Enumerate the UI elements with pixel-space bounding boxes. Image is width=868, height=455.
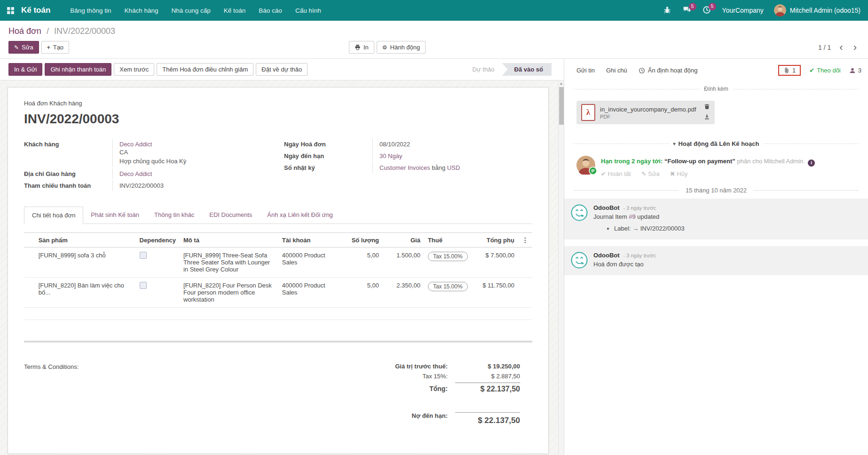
schedule-activity-button[interactable]: Ấn định hoạt động	[639, 67, 698, 74]
app-brand[interactable]: Kế toán	[21, 6, 50, 15]
user-menu[interactable]: Mitchell Admin (odoo15)	[774, 4, 860, 16]
invoice-line-row[interactable]: [FURN_8220] Bàn làm việc cho bố... [FURN…	[24, 278, 532, 308]
create-button[interactable]: + Tạo	[41, 41, 69, 54]
log-note-button[interactable]: Ghi chú	[606, 67, 627, 74]
attachments-section-divider: Đính kèm	[564, 82, 868, 96]
send-and-print-button[interactable]: In & Gửi	[8, 63, 42, 76]
col-quantity[interactable]: Số lượng	[339, 233, 383, 247]
nav-item-reports[interactable]: Báo cáo	[252, 1, 289, 20]
col-account[interactable]: Tài khoản	[278, 233, 339, 247]
user-name: Mitchell Admin (odoo15)	[790, 7, 860, 14]
messages-icon[interactable]: 5	[683, 6, 692, 15]
attachment-filename[interactable]: in_invoice_yourcompany_demo.pdf	[600, 106, 696, 113]
tab-counterpart-mapping[interactable]: Ánh xạ Liên kết Đối ứng	[260, 207, 340, 224]
tab-other-info[interactable]: Thông tin khác	[147, 207, 202, 224]
nav-item-dashboard[interactable]: Bảng thông tin	[63, 1, 118, 20]
chatter-panel: Gửi tin Ghi chú Ấn định hoạt động 1 ✔ Th…	[564, 59, 868, 455]
line-subtotal: $ 7.500,00	[472, 247, 518, 278]
optional-columns-icon[interactable]: ⋮	[522, 236, 529, 244]
tab-edi-documents[interactable]: EDI Documents	[202, 207, 260, 224]
col-product[interactable]: Sản phẩm	[35, 233, 136, 247]
planned-activities-divider: ▾ Hoạt động đã Lên Kế hoạch	[564, 136, 868, 151]
invoice-line-row[interactable]: [FURN_8999] sofa 3 chỗ [FURN_8999] Three…	[24, 247, 532, 278]
apps-grid-icon[interactable]	[7, 7, 15, 15]
col-dependency[interactable]: Dependency	[136, 233, 180, 247]
vertical-scrollbar[interactable]: ▲	[558, 80, 564, 455]
debug-bug-icon[interactable]	[663, 6, 672, 15]
printer-icon	[355, 44, 361, 50]
action-button[interactable]: ⚙ Hành động	[377, 41, 426, 54]
pager-previous-icon[interactable]: ‹	[837, 44, 844, 51]
payment-reference-label: Tham chiếu thanh toán	[24, 180, 112, 191]
col-subtotal[interactable]: Tổng phụ	[472, 233, 518, 247]
customer-label: Khách hàng	[24, 139, 112, 168]
attachments-button[interactable]: 1	[778, 65, 801, 76]
gear-icon: ⚙	[382, 44, 387, 51]
message-timestamp: - 3 ngày trước	[623, 205, 656, 211]
field-grid: Khách hàng Deco Addict CA Hợp chủng quốc…	[24, 139, 522, 192]
print-button[interactable]: In	[349, 41, 374, 54]
planned-activities-header[interactable]: ▾ Hoạt động đã Lên Kế hoạch	[673, 140, 759, 147]
untaxed-amount-value: $ 19.250,00	[455, 363, 520, 370]
nav-item-customers[interactable]: Khách hàng	[118, 1, 165, 20]
invoice-lines-table: Sản phẩm Dependency Mô tả Tài khoản Số l…	[24, 232, 532, 320]
preview-button[interactable]: Xem trước	[114, 63, 154, 76]
nav-item-vendors[interactable]: Nhà cung cấp	[165, 1, 217, 20]
invoice-number-title: INV/2022/00003	[24, 112, 532, 127]
user-avatar	[774, 4, 786, 16]
customer-address-line1: CA	[119, 148, 262, 157]
control-panel: Hoá đơn / INV/2022/00003 ✎ Sửa + Tạo In	[0, 21, 868, 59]
col-tax[interactable]: Thuế	[424, 233, 472, 247]
message-author[interactable]: OdooBot	[593, 204, 620, 211]
journal-link[interactable]: Customer Invoices	[379, 164, 430, 171]
edit-button[interactable]: ✎ Sửa	[8, 41, 39, 54]
activity-done-button[interactable]: ✔ Hoàn tất	[601, 170, 631, 177]
delete-attachment-button[interactable]	[704, 104, 710, 111]
activity-cancel-button[interactable]: ✖ Hủy	[670, 170, 688, 177]
currency-link[interactable]: USD	[447, 164, 460, 171]
status-stage-posted[interactable]: Đã vào sổ	[502, 63, 552, 76]
follow-button[interactable]: ✔ Theo dõi	[809, 67, 841, 74]
tax-tag: Tax 15.00%	[428, 252, 468, 261]
scrollbar-thumb[interactable]	[559, 87, 564, 125]
register-payment-button[interactable]: Ghi nhận thanh toán	[45, 63, 111, 76]
delivery-address-link[interactable]: Deco Addict	[119, 170, 152, 177]
sheet-bottom: Terms & Conditions: Giá trị trước thuế: …	[24, 361, 532, 427]
payment-terms-link[interactable]: 30 Ngày	[379, 152, 402, 160]
col-description[interactable]: Mô tả	[180, 233, 278, 247]
send-message-button[interactable]: Gửi tin	[576, 67, 595, 74]
scrollbar-up-icon[interactable]: ▲	[559, 80, 564, 86]
plus-icon: +	[47, 44, 50, 51]
download-attachment-button[interactable]	[704, 114, 710, 121]
field-journal: Sổ nhật ký Customer Invoices bằng USD	[284, 162, 522, 173]
nav-item-configuration[interactable]: Cấu hình	[289, 1, 328, 20]
journal-item-link[interactable]: #9	[629, 213, 635, 220]
navbar-left: Kế toán Bảng thông tin Khách hàng Nhà cu…	[7, 1, 328, 20]
attachments-section-title: Đính kèm	[704, 86, 728, 92]
totals-block: Giá trị trước thuế: $ 19.250,00 Tax 15%:…	[351, 361, 520, 427]
untaxed-amount-label: Giá trị trước thuế:	[351, 363, 455, 370]
add-credit-note-button[interactable]: Thêm Hoá đơn điều chỉnh giảm	[157, 63, 253, 76]
followers-button[interactable]: 3	[849, 67, 861, 74]
tab-journal-items[interactable]: Phát sinh Kế toán	[83, 207, 147, 224]
tab-invoice-lines[interactable]: Chi tiết hoá đơn	[24, 207, 83, 224]
col-price[interactable]: Giá	[383, 233, 424, 247]
activities-clock-icon[interactable]: 5	[702, 6, 712, 15]
reset-to-draft-button[interactable]: Đặt về dự thảo	[256, 63, 308, 76]
line-price: 1.500,00	[383, 247, 424, 278]
activity-info-icon[interactable]: i	[808, 160, 815, 167]
customer-link[interactable]: Deco Addict	[119, 141, 152, 148]
activity-edit-button[interactable]: ✎ Sửa	[641, 170, 660, 177]
company-switcher[interactable]: YourCompany	[722, 7, 764, 14]
tracking-change-item: Label: → INV/2022/00003	[614, 225, 685, 232]
message-author[interactable]: OdooBot	[593, 252, 620, 259]
activity-summary: “Follow-up on payment”	[664, 158, 735, 165]
amount-due-value: $ 22.137,50	[455, 412, 520, 425]
nav-item-accounting[interactable]: Kế toán	[217, 1, 253, 20]
activity-avatar	[576, 156, 595, 175]
person-icon	[849, 67, 856, 74]
line-account: 400000 Product Sales	[278, 247, 339, 278]
breadcrumb-parent-link[interactable]: Hoá đơn	[8, 26, 41, 36]
pager-next-icon[interactable]: ›	[852, 44, 859, 51]
status-stage-draft[interactable]: Dự thảo	[465, 63, 502, 76]
